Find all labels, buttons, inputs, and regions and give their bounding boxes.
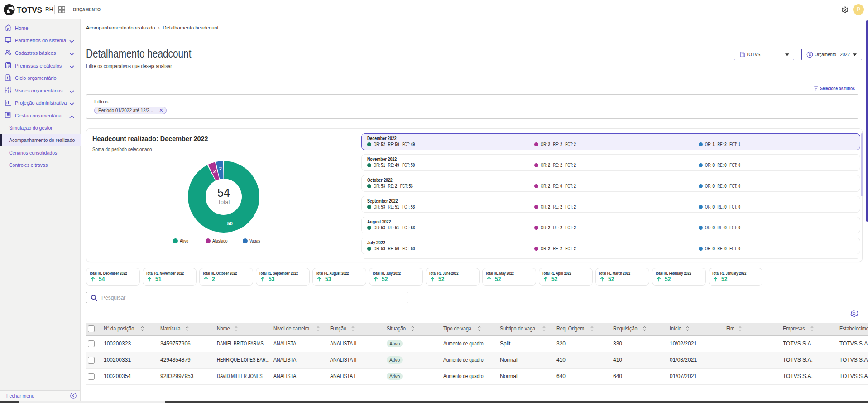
svg-text:2: 2 [213,169,216,174]
svg-text:TOTVS: TOTVS [17,6,42,15]
svg-text:2: 2 [219,166,222,171]
svg-text:50: 50 [227,221,233,226]
